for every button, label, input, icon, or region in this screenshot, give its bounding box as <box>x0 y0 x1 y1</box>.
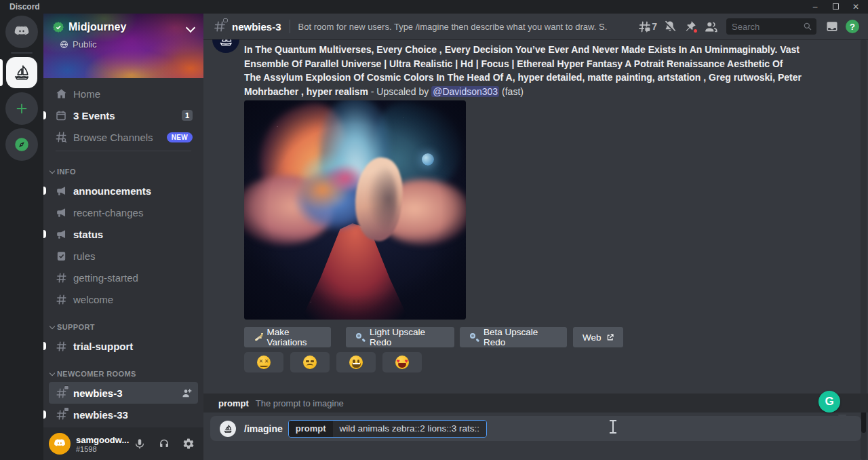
channel-label: newbies-33 <box>73 409 128 421</box>
channel-sidebar: Midjourney Public Home 3 Events 1 Browse… <box>43 14 203 460</box>
globe-icon <box>60 40 68 49</box>
help-button[interactable]: ? <box>842 16 863 37</box>
main-area: newbies-3 Bot room for new users. Type /… <box>203 14 868 460</box>
bell-slash-icon <box>663 20 677 33</box>
message-list: In The Quantum Multiverses, Every Choice… <box>203 39 860 394</box>
help-icon: ? <box>846 20 859 33</box>
explore-servers-button[interactable] <box>5 128 38 161</box>
sidebar-item-home[interactable]: Home <box>49 83 198 104</box>
midjourney-server-button[interactable] <box>6 57 37 88</box>
category-newcomer-rooms[interactable]: NEWCOMER ROOMS <box>50 366 198 382</box>
selected-server-indicator <box>0 59 3 86</box>
channel-topic[interactable]: Bot room for new users. Type /imagine th… <box>298 22 607 32</box>
magic-wand-emoji <box>254 332 262 343</box>
category-support[interactable]: SUPPORT <box>50 319 198 335</box>
plus-icon <box>14 101 29 116</box>
reaction-grinning-face[interactable] <box>336 352 376 372</box>
inbox-icon <box>825 20 839 33</box>
channel-getting-started[interactable]: getting-started <box>49 267 198 288</box>
make-variations-button[interactable]: Make Variations <box>244 327 331 347</box>
pinned-messages-button[interactable] <box>680 16 701 37</box>
sidebar-divider <box>56 151 191 151</box>
bot-message-avatar[interactable] <box>212 39 239 53</box>
rail-divider <box>11 52 33 54</box>
generated-image[interactable] <box>244 100 466 320</box>
member-list-button[interactable] <box>701 16 721 37</box>
server-rail <box>0 14 43 460</box>
home-icon <box>54 87 68 100</box>
chevron-down-icon <box>50 168 55 173</box>
user-avatar[interactable] <box>49 433 71 455</box>
channel-label: trial-support <box>73 341 133 352</box>
sidebar-item-browse-channels[interactable]: Browse Channels NEW <box>49 126 198 148</box>
new-badge: NEW <box>167 132 193 142</box>
discord-logo-icon <box>13 23 31 41</box>
invite-member-icon[interactable] <box>181 387 193 399</box>
discord-home-button[interactable] <box>5 16 38 48</box>
headphones-icon <box>158 438 170 450</box>
lock-dot <box>223 18 228 22</box>
notification-settings-button[interactable] <box>660 16 680 37</box>
bot-avatar <box>220 421 236 437</box>
category-info[interactable]: INFO <box>50 164 198 180</box>
channel-announcements[interactable]: announcements <box>49 180 198 202</box>
server-name: Midjourney <box>68 21 126 33</box>
channel-rules[interactable]: rules <box>49 245 198 267</box>
command-option-pill[interactable]: prompt wild animals zebra::2 lions::3 ra… <box>288 420 487 438</box>
user-panel: samgoodw... #1598 <box>43 427 203 460</box>
message-composer[interactable]: /imagine prompt wild animals zebra::2 li… <box>210 416 861 441</box>
inbox-button[interactable] <box>822 16 842 37</box>
channel-status[interactable]: status <box>49 223 198 245</box>
user-settings-button[interactable] <box>179 434 198 453</box>
hash-chat-icon <box>54 386 68 400</box>
server-banner[interactable]: Midjourney Public <box>43 14 203 78</box>
channel-trial-support[interactable]: trial-support <box>49 335 198 357</box>
minimize-button[interactable]: – <box>810 0 821 14</box>
megaphone-icon <box>54 227 68 241</box>
grammarly-icon[interactable]: G <box>818 391 840 413</box>
mute-microphone-button[interactable] <box>130 434 149 453</box>
sidebar-item-events[interactable]: 3 Events 1 <box>49 104 198 126</box>
button-label: Light Upscale Redo <box>370 327 445 347</box>
events-count-badge: 1 <box>182 110 193 121</box>
sidebar-item-label: 3 Events <box>73 110 115 121</box>
sidebar-item-label: Browse Channels <box>73 132 153 143</box>
external-link-icon <box>606 333 614 342</box>
microphone-icon <box>134 438 146 450</box>
reaction-disappointed-face[interactable] <box>290 352 330 372</box>
beta-upscale-redo-button[interactable]: Beta Upscale Redo <box>460 327 567 347</box>
disappointed-face-emoji <box>303 356 317 369</box>
option-value-input[interactable]: wild animals zebra::2 lions::3 rats:: <box>333 421 486 437</box>
magnifier-emoji <box>469 332 479 343</box>
deafen-button[interactable] <box>155 434 174 453</box>
emoji-picker-button[interactable] <box>835 421 850 436</box>
channel-recent-changes[interactable]: recent-changes <box>49 202 198 223</box>
chat-bubble-dot <box>64 407 69 412</box>
window-title: Discord <box>9 2 40 12</box>
channel-newbies-33[interactable]: newbies-33 <box>49 404 198 425</box>
channel-newbies-3[interactable]: newbies-3 <box>49 382 198 404</box>
gear-icon <box>182 438 195 450</box>
web-button[interactable]: Web <box>573 327 623 347</box>
verified-badge-icon <box>53 22 64 33</box>
threads-icon <box>637 20 652 34</box>
maximize-button[interactable] <box>830 0 841 14</box>
unread-indicator <box>43 342 46 350</box>
close-button[interactable]: ✕ <box>850 0 861 14</box>
rules-icon <box>54 249 68 263</box>
hash-lock-icon <box>213 20 226 33</box>
light-upscale-redo-button[interactable]: Light Upscale Redo <box>346 327 454 347</box>
add-server-button[interactable] <box>5 92 38 125</box>
channel-welcome[interactable]: welcome <box>49 288 198 310</box>
user-mention[interactable]: @Davidson303 <box>431 86 499 97</box>
reaction-confounded-face[interactable]: ✕✕ <box>244 352 283 372</box>
user-info[interactable]: samgoodw... #1598 <box>76 435 130 453</box>
threads-button[interactable] <box>634 16 654 37</box>
channel-label: rules <box>73 250 96 262</box>
reaction-heart-eyes-face[interactable]: ♥♥ <box>382 352 422 372</box>
search-input[interactable]: Search <box>726 18 816 35</box>
maximize-icon <box>833 3 839 9</box>
button-label: Make Variations <box>267 327 321 347</box>
grinning-face-emoji <box>349 356 363 369</box>
magnifier-emoji <box>355 332 365 343</box>
